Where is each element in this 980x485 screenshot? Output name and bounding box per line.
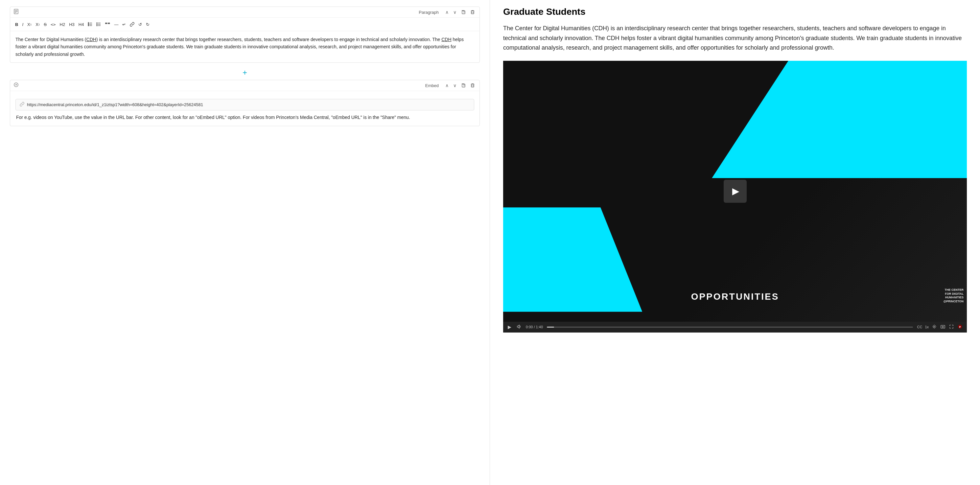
embed-block-header: Embed ∧ ∨	[10, 80, 479, 91]
embed-delete-btn[interactable]	[469, 83, 476, 88]
paragraph-copy-btn[interactable]	[460, 9, 467, 15]
doc-icon	[13, 9, 19, 16]
toolbar-superscript[interactable]: X1	[25, 21, 33, 28]
paragraph-block-controls: ∧ ∨	[444, 9, 476, 16]
paragraph-content[interactable]: The Center for Digital Humanities (CDH) …	[10, 31, 479, 62]
svg-rect-5	[471, 11, 474, 14]
embed-type-label: Embed	[425, 83, 439, 88]
paragraph-chevron-up[interactable]: ∧	[444, 9, 450, 16]
toolbar-h4[interactable]: H4	[77, 21, 86, 28]
svg-rect-22	[462, 84, 465, 87]
video-right-controls: CC 1x	[917, 324, 963, 331]
embed-copy-btn[interactable]	[460, 83, 467, 88]
preview-body-text: The Center for Digital Humanities (CDH) …	[503, 24, 967, 53]
toolbar-h2[interactable]: H2	[58, 21, 67, 28]
embed-block-controls: ∧ ∨	[444, 82, 476, 89]
embed-chevron-up[interactable]: ∧	[444, 82, 450, 89]
toolbar-italic[interactable]: I	[21, 21, 25, 28]
svg-rect-4	[462, 11, 465, 14]
toolbar-undo[interactable]: ↺	[137, 21, 144, 28]
paragraph-toolbar: B I X1 X1 S <> H2 H3 H4 1 2 3	[10, 18, 479, 31]
toolbar-bold[interactable]: B	[13, 21, 20, 28]
add-block-button[interactable]: +	[10, 65, 480, 80]
embed-hint-text: For e.g. videos on YouTube, use the valu…	[16, 114, 474, 121]
video-time: 0:00 / 1:40	[526, 325, 543, 329]
svg-marker-21	[16, 84, 18, 86]
preview-panel: Graduate Students The Center for Digital…	[490, 0, 980, 485]
toolbar-ordered-list[interactable]: 1 2 3	[86, 21, 94, 28]
paragraph-chevron-down[interactable]: ∨	[452, 9, 458, 16]
toolbar-hardbreak[interactable]: ↵	[121, 21, 127, 28]
video-play-pause[interactable]: ▶	[507, 324, 512, 330]
toolbar-hr[interactable]: —	[112, 21, 120, 28]
toolbar-blockquote[interactable]: ❝❝	[103, 21, 112, 28]
link-icon	[20, 102, 24, 107]
video-speed-btn[interactable]: 1x	[925, 325, 929, 329]
toolbar-strikethrough[interactable]: S	[42, 21, 48, 28]
video-logo: THE CENTER FOR DIGITAL HUMANITIES @PRINC…	[943, 288, 964, 304]
video-cc-btn[interactable]: CC	[917, 325, 922, 329]
toolbar-code[interactable]: <>	[49, 21, 57, 28]
embed-content: For e.g. videos on YouTube, use the valu…	[10, 91, 479, 126]
video-player[interactable]: ▶ OPPORTUNITIES THE CENTER FOR DIGITAL H…	[503, 61, 967, 332]
editor-panel: Paragraph ∧ ∨	[0, 0, 490, 485]
toolbar-h3[interactable]: H3	[67, 21, 76, 28]
video-fullscreen-btn[interactable]	[948, 324, 955, 331]
video-controls-bar: ▶ 0:00 / 1:40 CC 1x	[503, 322, 967, 332]
embed-chevron-down[interactable]: ∨	[452, 82, 458, 89]
embed-url-wrap[interactable]	[16, 99, 474, 110]
video-overlay-text: OPPORTUNITIES	[691, 291, 779, 302]
svg-rect-23	[471, 84, 474, 87]
play-icon: ▶	[732, 186, 740, 197]
svg-point-19	[97, 25, 97, 26]
video-logo-btn[interactable]: P	[957, 324, 963, 331]
toolbar-redo[interactable]: ↻	[144, 21, 151, 28]
video-progress-bar[interactable]	[547, 327, 913, 328]
video-play-button[interactable]: ▶	[724, 180, 747, 203]
embed-url-input[interactable]	[27, 102, 470, 107]
svg-point-29	[942, 326, 943, 327]
toolbar-link[interactable]	[128, 21, 136, 28]
video-progress-fill	[547, 327, 554, 328]
preview-title: Graduate Students	[503, 6, 967, 17]
svg-point-17	[97, 23, 97, 23]
svg-point-27	[934, 326, 935, 327]
paragraph-delete-btn[interactable]	[469, 9, 476, 15]
paragraph-type-label: Paragraph	[419, 10, 439, 15]
svg-marker-26	[517, 325, 519, 328]
video-screenshot-btn[interactable]	[940, 324, 946, 331]
play-circle-icon	[13, 82, 19, 89]
add-icon: +	[243, 68, 247, 77]
video-area[interactable]: ▶ OPPORTUNITIES THE CENTER FOR DIGITAL H…	[503, 61, 967, 322]
toolbar-subscript[interactable]: X1	[34, 21, 41, 28]
video-volume[interactable]	[516, 324, 522, 331]
embed-block: Embed ∧ ∨	[10, 80, 480, 126]
svg-point-18	[97, 24, 97, 25]
svg-rect-28	[941, 325, 945, 328]
svg-text:3: 3	[88, 25, 89, 26]
svg-text:P: P	[959, 326, 961, 328]
paragraph-block: Paragraph ∧ ∨	[10, 6, 480, 63]
paragraph-text: The Center for Digital Humanities (CDH) …	[16, 36, 474, 58]
video-settings-btn[interactable]	[931, 324, 937, 331]
toolbar-unordered-list[interactable]	[95, 21, 103, 28]
paragraph-block-header: Paragraph ∧ ∨	[10, 7, 479, 18]
